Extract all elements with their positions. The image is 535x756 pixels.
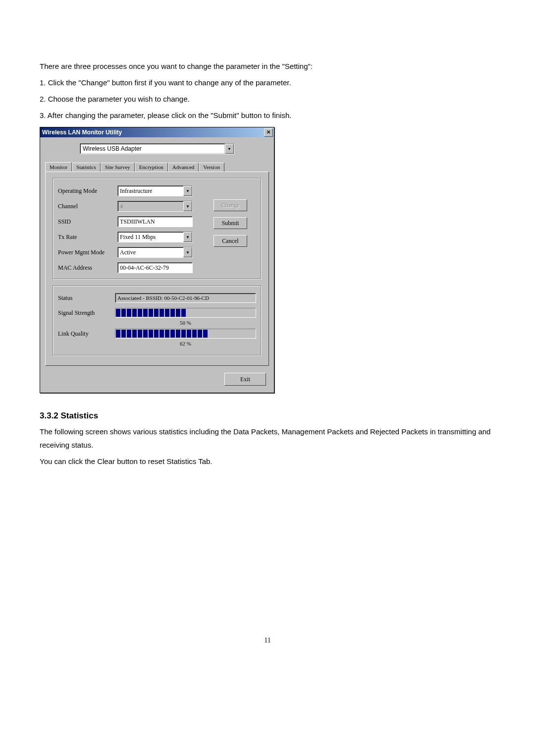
label-tx-rate: Tx Rate	[58, 233, 117, 241]
chevron-down-icon[interactable]: ▼	[183, 247, 192, 257]
titlebar-text: Wireless LAN Monitor Utility	[42, 129, 122, 136]
label-power-mgmt: Power Mgmt Mode	[58, 249, 117, 256]
operating-mode-value: Infrastructure	[118, 186, 183, 196]
status-value: Associated - BSSID: 00-50-C2-01-96-CD	[115, 293, 256, 303]
tab-statistics[interactable]: Statistics	[72, 163, 101, 172]
ssid-input[interactable]: TSDIIIWLAN	[117, 216, 193, 227]
intro-line-4: 3. After changing the parameter, please …	[40, 109, 495, 122]
operating-mode-select[interactable]: Infrastructure ▼	[117, 185, 193, 196]
label-signal-strength: Signal Strength	[58, 309, 115, 317]
chevron-down-icon[interactable]: ▼	[225, 144, 234, 154]
mac-address-field: 00-04-AC-6C-32-79	[117, 262, 193, 273]
tab-encryption[interactable]: Encryption	[135, 163, 168, 172]
label-link-quality: Link Quality	[58, 330, 115, 338]
chevron-down-icon[interactable]: ▼	[183, 186, 192, 196]
section-heading-statistics: 3.3.2 Statistics	[40, 411, 495, 421]
tx-rate-select[interactable]: Fixed 11 Mbps ▼	[117, 232, 193, 242]
ssid-value: TSDIIIWLAN	[118, 217, 192, 227]
intro-line-3: 2. Choose the parameter you wish to chan…	[40, 92, 495, 106]
tab-advanced[interactable]: Advanced	[168, 163, 199, 172]
label-status: Status	[58, 294, 115, 302]
link-quality-percent: 62 %	[115, 341, 256, 347]
channel-select: 4 ▼	[117, 201, 193, 212]
submit-button[interactable]: Submit	[214, 217, 247, 229]
label-channel: Channel	[58, 203, 117, 210]
tab-monitor[interactable]: Monitor	[45, 162, 72, 172]
exit-button[interactable]: Exit	[224, 373, 266, 386]
wireless-utility-dialog: Wireless LAN Monitor Utility ✕ Wireless …	[40, 127, 274, 393]
signal-strength-percent: 50 %	[115, 320, 256, 326]
page-number: 11	[40, 637, 495, 644]
label-mac-address: MAC Address	[58, 264, 117, 272]
adapter-value: Wireless USB Adapter	[80, 144, 225, 154]
monitor-panel: Operating Mode Infrastructure ▼ Channel …	[45, 172, 269, 366]
titlebar: Wireless LAN Monitor Utility ✕	[40, 127, 274, 137]
tab-version[interactable]: Version	[199, 163, 224, 172]
close-button[interactable]: ✕	[264, 128, 273, 137]
change-button: Change	[214, 199, 247, 211]
chevron-down-icon[interactable]: ▼	[183, 232, 192, 242]
link-quality-bar	[115, 329, 256, 339]
section-para-1: The following screen shows various stati…	[40, 425, 495, 452]
chevron-down-icon: ▼	[183, 201, 192, 211]
adapter-select[interactable]: Wireless USB Adapter ▼	[80, 143, 234, 154]
mac-address-value: 00-04-AC-6C-32-79	[118, 263, 192, 273]
power-mgmt-select[interactable]: Active ▼	[117, 247, 193, 258]
section-para-2: You can click the Clear button to reset …	[40, 455, 495, 468]
label-operating-mode: Operating Mode	[58, 187, 117, 195]
power-mgmt-value: Active	[118, 247, 183, 257]
intro-line-1: There are three processes once you want …	[40, 59, 495, 73]
channel-value: 4	[118, 201, 183, 211]
cancel-button[interactable]: Cancel	[214, 235, 247, 247]
tx-rate-value: Fixed 11 Mbps	[118, 232, 183, 242]
signal-strength-bar	[115, 308, 256, 318]
label-ssid: SSID	[58, 218, 117, 226]
tab-strip: Monitor Statistics Site Survey Encryptio…	[45, 162, 269, 172]
tab-site-survey[interactable]: Site Survey	[101, 163, 135, 172]
intro-line-2: 1. Click the "Change" button first if yo…	[40, 76, 495, 89]
